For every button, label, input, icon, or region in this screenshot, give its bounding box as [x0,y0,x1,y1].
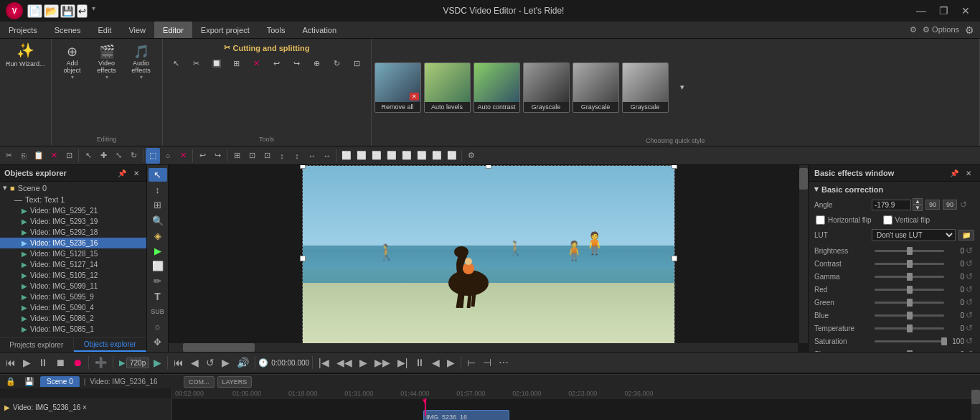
sharpen-reset[interactable]: ↺ [964,349,974,352]
style-remove-all[interactable]: ✕ Remove all [374,62,421,113]
angle-reset-btn[interactable]: ↺ [960,200,967,210]
settings2-btn[interactable]: ⚙ [464,148,479,164]
vert-color-btn[interactable]: ◈ [149,229,167,243]
align3-btn[interactable]: ↕ [275,148,289,164]
scene0-tab[interactable]: Scene 0 [40,376,80,387]
delete-btn[interactable]: ✕ [47,148,61,164]
vert-play-btn[interactable]: ▶ [149,244,167,258]
save2-btn[interactable]: 💾 [22,374,37,390]
eff-close-btn[interactable]: ✕ [963,167,974,179]
more-tool[interactable]: ⊡ [348,54,367,73]
handle-tl[interactable] [300,165,306,169]
loop-btn[interactable]: ↺ [203,355,217,370]
select-circle-btn[interactable]: ○ [161,148,175,164]
green-reset[interactable]: ↺ [964,297,974,307]
temperature-reset[interactable]: ↺ [964,323,974,333]
angle-90cw-btn[interactable]: 90 [925,200,940,210]
menu-edit[interactable]: Edit [89,22,120,38]
timeline-vscroll-thumb[interactable] [971,390,980,404]
select-rect-btn[interactable]: ⬚ [146,148,160,164]
align6-btn[interactable]: ↔ [320,148,334,164]
goto-start-btn[interactable]: |◀ [316,355,332,370]
fit-btn[interactable]: ⊞ [230,148,244,164]
play-prev-btn[interactable]: ⏮ [3,355,19,370]
tree-video-5090[interactable]: ▶ Video: IMG_5090_4 [0,302,146,313]
tree-video-5292[interactable]: ▶ Video: IMG_5292_18 [0,227,146,238]
handle-mr[interactable] [672,256,677,261]
tree-video-5295[interactable]: ▶ Video: IMG_5295_21 [0,205,146,216]
mark-out-btn[interactable]: ⊣ [480,355,494,370]
timeline-vscroll[interactable] [971,388,980,420]
saturation-thumb[interactable] [941,337,947,345]
handle-tr[interactable] [672,165,677,169]
sharpen-thumb[interactable] [907,350,913,353]
frame-back-btn[interactable]: ◀ [429,355,443,370]
obj-pin-btn[interactable]: 📌 [116,167,128,179]
tree-video-5293[interactable]: ▶ Video: IMG_5293_19 [0,216,146,227]
green-track[interactable] [875,302,944,304]
flip-h-checkbox[interactable] [816,215,825,225]
align4-btn[interactable]: ↕ [290,148,304,164]
undo2-btn[interactable]: ↩ [195,148,209,164]
layer6-btn[interactable]: ⬜ [415,148,429,164]
flip-horizontal-label[interactable]: Horizontal flip [816,215,872,225]
redo-tool[interactable]: ↪ [288,54,306,73]
vert-rect-btn[interactable]: ⬜ [149,259,167,273]
align1-btn[interactable]: ⊡ [245,148,259,164]
mark-in-btn[interactable]: ⊢ [464,355,479,370]
gamma-track[interactable] [875,276,944,278]
menu-export[interactable]: Export project [192,22,258,38]
vert-brush-btn[interactable]: ✏ [149,274,167,288]
red-thumb[interactable] [907,286,913,294]
brightness-thumb[interactable] [907,247,913,255]
tree-text1[interactable]: — Text: Text 1 [0,194,146,205]
playhead[interactable] [425,398,426,416]
blue-reset[interactable]: ↺ [964,310,974,320]
projects-tab[interactable]: Projects explorer [0,338,74,352]
layer4-btn[interactable]: ⬜ [385,148,399,164]
canvas-hscroll[interactable] [169,343,798,352]
canvas-area[interactable]: 🚶 🚶 🧍 🧍 [169,165,808,352]
flip-v-checkbox[interactable] [883,215,892,225]
move-btn[interactable]: ✚ [96,148,110,164]
extra-tool[interactable]: ⊕ [308,54,326,73]
angle-input[interactable] [872,200,911,210]
layer3-btn[interactable]: ⬜ [369,148,384,164]
close-button[interactable]: ✕ [957,4,974,18]
rotate-btn[interactable]: ↻ [126,148,141,164]
tree-video-5085[interactable]: ▶ Video: IMG_5085_1 [0,324,146,335]
delete2-btn[interactable]: ✕ [176,148,190,164]
track-video-row[interactable]: ▶ Video: IMG_5236_16 × [0,398,171,416]
contrast-reset[interactable]: ↺ [964,258,974,269]
menu-view[interactable]: View [120,22,154,38]
play2-btn[interactable]: ▶ [357,355,370,370]
resolution-button[interactable]: 720p [126,358,149,368]
delete-tool[interactable]: ✕ [248,54,266,73]
handle-tm[interactable] [486,165,491,169]
angle-up-btn[interactable]: ▲ [913,198,923,205]
temperature-thumb[interactable] [907,325,913,332]
vert-text-btn[interactable]: T [149,289,167,303]
lut-select[interactable]: Don't use LUT [872,229,956,241]
style-grayscale-3[interactable]: Grayscale [622,62,669,113]
tree-video-5086[interactable]: ▶ Video: IMG_5086_2 [0,313,146,324]
eff-pin-btn[interactable]: 📌 [948,167,960,179]
vert-zoom-btn[interactable]: 🔍 [149,214,167,228]
basic-correction-header[interactable]: ▾ Basic correction [814,185,974,194]
flip-vertical-label[interactable]: Vertical flip [883,215,930,225]
tree-video-5127[interactable]: ▶ Video: IMG_5127_14 [0,259,146,270]
select-all-btn[interactable]: ⊡ [62,148,76,164]
pause2-btn[interactable]: ⏸ [412,355,428,370]
vert-sub-btn[interactable]: SUB [149,305,167,319]
vert-shape-btn[interactable]: ○ [149,320,167,334]
copy-btn[interactable]: ⎘ [17,148,31,164]
goto-end-btn[interactable]: ▶| [395,355,411,370]
canvas-vscroll-thumb[interactable] [799,168,808,190]
tree-video-5099[interactable]: ▶ Video: IMG_5099_11 [0,281,146,291]
angle-90ccw-btn[interactable]: 90 [943,200,957,210]
canvas-vscroll[interactable] [799,165,808,343]
style-auto-levels[interactable]: Auto levels [424,62,471,113]
undo-tool[interactable]: ↩ [268,54,286,73]
tree-scene0[interactable]: ▾ ■ Scene 0 [0,182,146,194]
play-btn[interactable]: ▶ [20,355,34,370]
